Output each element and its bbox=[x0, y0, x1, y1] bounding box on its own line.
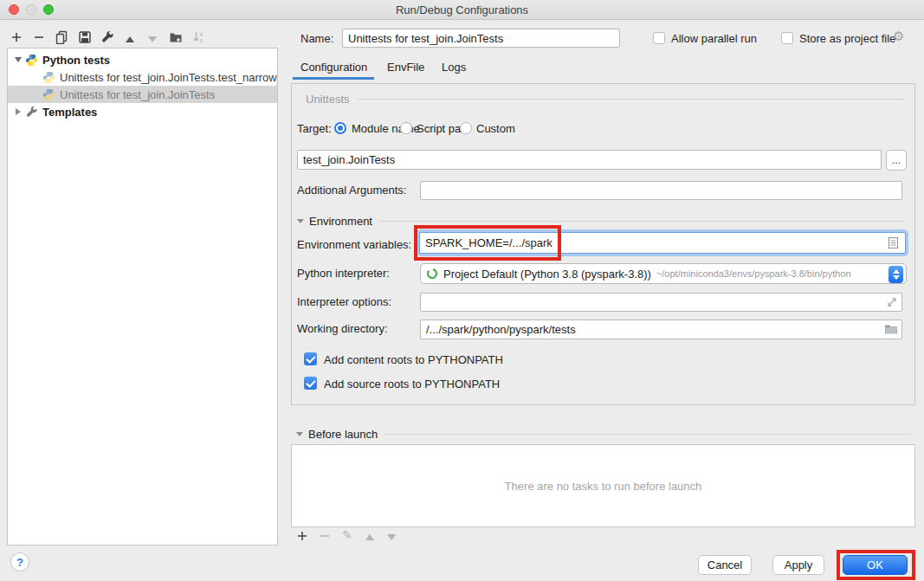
move-task-down-icon bbox=[384, 530, 399, 544]
python-interpreter-value: Project Default (Python 3.8 (pyspark-3.8… bbox=[443, 268, 651, 281]
working-directory-label: Working directory: bbox=[297, 322, 388, 335]
python-tests-icon bbox=[25, 54, 38, 67]
name-input[interactable]: Unittests for test_join.JoinTests bbox=[342, 29, 620, 48]
allow-parallel-run-label[interactable]: Allow parallel run bbox=[671, 32, 757, 45]
interpreter-options-input[interactable] bbox=[420, 293, 902, 312]
environment-variables-input[interactable]: SPARK_HOME=/.../spark bbox=[419, 232, 906, 254]
add-task-icon[interactable] bbox=[294, 529, 310, 543]
copy-icon[interactable] bbox=[54, 29, 69, 45]
edit-task-icon: ✎ bbox=[339, 528, 355, 542]
gear-icon[interactable]: ⚙ bbox=[893, 29, 904, 44]
target-script-path-radio[interactable] bbox=[400, 122, 412, 134]
tab-logs[interactable]: Logs bbox=[442, 61, 466, 74]
expand-icon[interactable] bbox=[16, 108, 21, 115]
name-value: Unittests for test_join.JoinTests bbox=[348, 32, 503, 45]
move-down-icon bbox=[145, 31, 160, 47]
tab-envfile[interactable]: EnvFile bbox=[387, 61, 424, 74]
environment-variables-value: SPARK_HOME=/.../spark bbox=[425, 236, 552, 249]
run-debug-configurations-dialog: Run/Debug Configurations az Python tests bbox=[0, 0, 924, 581]
python-test-icon bbox=[42, 88, 55, 101]
templates-wrench-icon bbox=[25, 106, 38, 119]
edit-templates-icon[interactable] bbox=[100, 29, 115, 45]
collapse-icon[interactable] bbox=[15, 57, 22, 62]
collapse-icon[interactable] bbox=[296, 432, 303, 436]
environment-group-header[interactable]: Environment bbox=[297, 215, 906, 228]
browse-env-vars-icon[interactable] bbox=[888, 236, 899, 249]
tab-configuration[interactable]: Configuration bbox=[300, 61, 367, 74]
window-title: Run/Debug Configurations bbox=[0, 3, 924, 16]
add-source-roots-label[interactable]: Add source roots to PYTHONPATH bbox=[324, 378, 500, 391]
unittests-group-label: Unittests bbox=[306, 93, 350, 106]
configuration-panel: Unittests Target: Module name Script pat… bbox=[291, 83, 915, 405]
add-content-roots-checkbox[interactable] bbox=[304, 352, 317, 365]
store-as-project-file-checkbox[interactable] bbox=[781, 32, 793, 44]
ok-button[interactable]: OK bbox=[843, 555, 908, 575]
additional-arguments-input[interactable] bbox=[420, 181, 902, 200]
python-interpreter-label: Python interpreter: bbox=[297, 267, 390, 280]
collapse-icon[interactable] bbox=[297, 219, 304, 223]
title-bar: Run/Debug Configurations bbox=[0, 0, 924, 20]
help-button[interactable]: ? bbox=[10, 552, 29, 571]
browse-button[interactable]: ... bbox=[886, 150, 907, 171]
folder-icon[interactable] bbox=[884, 323, 898, 335]
tree-item-jointests-selected[interactable]: Unittests for test_join.JoinTests bbox=[8, 86, 277, 103]
configurations-tree: Python tests Unittests for test_join.Joi… bbox=[7, 48, 278, 545]
additional-arguments-label: Additional Arguments: bbox=[297, 184, 406, 197]
select-spinner-icon[interactable] bbox=[888, 266, 903, 283]
before-launch-group-header[interactable]: Before launch bbox=[296, 428, 911, 441]
python-interpreter-select[interactable]: Project Default (Python 3.8 (pyspark-3.8… bbox=[420, 263, 907, 284]
target-module-input[interactable]: test_join.JoinTests bbox=[297, 150, 882, 170]
remove-icon[interactable] bbox=[31, 29, 47, 45]
before-launch-label: Before launch bbox=[308, 428, 378, 441]
name-label: Name: bbox=[300, 32, 333, 45]
group-divider bbox=[357, 99, 906, 100]
working-directory-input[interactable]: /.../spark/python/pyspark/tests bbox=[420, 320, 902, 339]
python-test-icon bbox=[42, 71, 55, 84]
svg-text:a: a bbox=[200, 31, 204, 37]
tree-item-label: Templates bbox=[42, 106, 97, 119]
before-launch-empty-text: There are no tasks to run before launch bbox=[505, 480, 702, 493]
interpreter-options-label: Interpreter options: bbox=[297, 295, 391, 308]
add-content-roots-label[interactable]: Add content roots to PYTHONPATH bbox=[324, 353, 503, 366]
active-tab-underline bbox=[293, 77, 374, 80]
python-interpreter-path: ~/opt/miniconda3/envs/pyspark-3.8/bin/py… bbox=[656, 268, 851, 279]
remove-task-icon bbox=[317, 529, 333, 543]
new-folder-icon[interactable] bbox=[168, 29, 184, 45]
move-up-icon[interactable] bbox=[122, 31, 138, 47]
svg-text:z: z bbox=[200, 37, 203, 43]
tree-item-templates[interactable]: Templates bbox=[8, 103, 277, 120]
group-divider bbox=[379, 221, 906, 222]
cancel-button[interactable]: Cancel bbox=[698, 555, 752, 575]
tree-item-python-tests[interactable]: Python tests bbox=[8, 51, 277, 68]
environment-group-label: Environment bbox=[309, 215, 372, 228]
target-custom-radio[interactable] bbox=[460, 122, 472, 134]
save-icon[interactable] bbox=[77, 29, 93, 45]
conda-environment-icon bbox=[426, 268, 438, 280]
tree-item-label: Python tests bbox=[42, 54, 110, 67]
tree-item-label: Unittests for test_join.JoinTests.test_n… bbox=[60, 71, 277, 84]
add-icon[interactable] bbox=[9, 29, 24, 45]
sort-alphabetically-icon: az bbox=[191, 29, 207, 45]
store-as-project-file-label[interactable]: Store as project file bbox=[799, 32, 895, 45]
working-directory-value: /.../spark/python/pyspark/tests bbox=[426, 323, 576, 336]
expand-field-icon[interactable] bbox=[886, 296, 898, 308]
tree-item-test-narrow[interactable]: Unittests for test_join.JoinTests.test_n… bbox=[8, 68, 277, 86]
group-divider bbox=[384, 434, 911, 435]
before-launch-task-list[interactable]: There are no tasks to run before launch bbox=[291, 444, 915, 527]
target-module-value: test_join.JoinTests bbox=[303, 153, 395, 166]
tree-item-label: Unittests for test_join.JoinTests bbox=[60, 88, 215, 101]
unittests-group-header: Unittests bbox=[306, 93, 906, 106]
environment-variables-label: Environment variables: bbox=[297, 238, 411, 251]
allow-parallel-run-checkbox[interactable] bbox=[653, 32, 665, 44]
add-source-roots-checkbox[interactable] bbox=[304, 377, 317, 390]
target-custom-label[interactable]: Custom bbox=[476, 122, 515, 135]
target-module-name-radio[interactable] bbox=[334, 122, 346, 134]
apply-button[interactable]: Apply bbox=[772, 555, 824, 575]
target-label: Target: bbox=[297, 122, 332, 135]
move-task-up-icon bbox=[362, 530, 378, 544]
